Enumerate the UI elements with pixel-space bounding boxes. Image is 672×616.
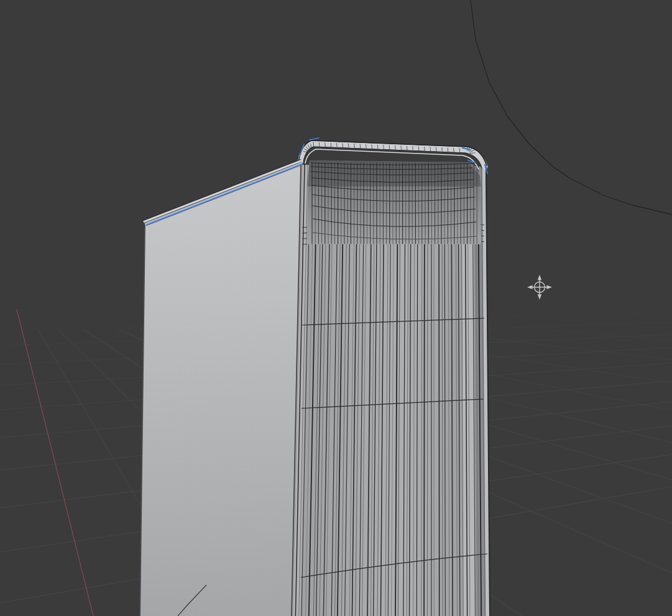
model-left-face[interactable] — [140, 163, 302, 616]
wireframe-tower-model[interactable] — [140, 138, 490, 616]
blender-3d-viewport[interactable] — [0, 0, 672, 616]
model-top-recessed-surface[interactable] — [307, 160, 481, 244]
viewport-canvas — [0, 0, 672, 616]
